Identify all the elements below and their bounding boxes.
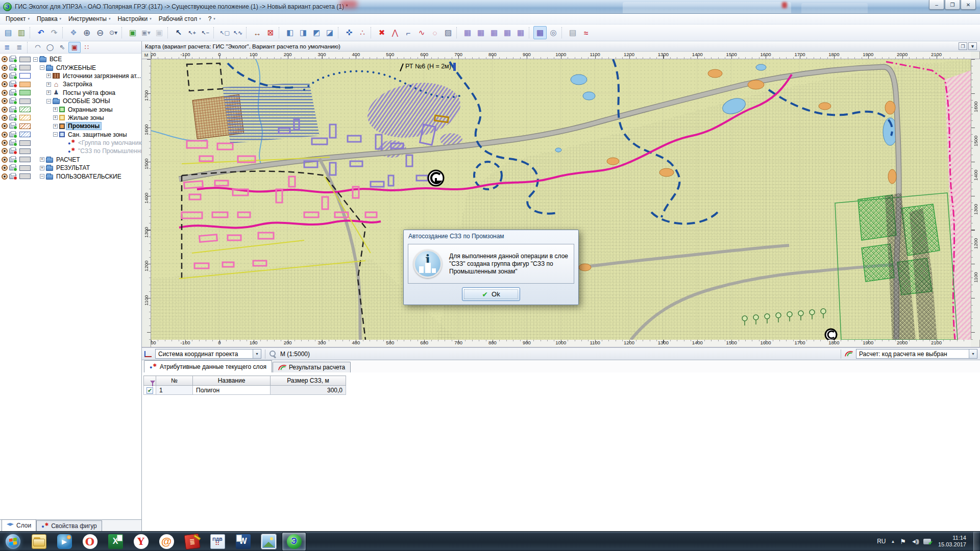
menu-item[interactable]: ? xyxy=(205,14,219,23)
expand-toggle-icon[interactable]: + xyxy=(53,124,58,129)
chevron-down-icon[interactable]: ▼ xyxy=(969,349,977,358)
figure-group-menu-icon[interactable]: ▣▾ xyxy=(139,26,153,39)
draw-spline-icon[interactable]: ∿ xyxy=(415,26,428,39)
layers-add-icon[interactable]: ≣ xyxy=(1,42,13,53)
layer-label[interactable]: ПОЛЬЗОВАТЕЛЬСКИЕ xyxy=(55,173,123,180)
layer-color-swatch[interactable] xyxy=(19,107,31,112)
taskbar-app-media-player[interactable]: ▶ xyxy=(52,532,77,551)
select-rect-tool-icon[interactable]: ▣ xyxy=(68,42,81,53)
minimize-button[interactable]: – xyxy=(929,0,944,10)
zoom-in-icon[interactable]: ⊕ xyxy=(80,26,93,39)
cell-name[interactable]: Полигон xyxy=(193,386,271,395)
print-icon[interactable] xyxy=(9,165,16,170)
layer-color-swatch[interactable] xyxy=(19,157,31,162)
visibility-eye-icon[interactable] xyxy=(2,107,8,113)
expand-toggle-icon[interactable]: − xyxy=(53,132,58,137)
network-icon[interactable] xyxy=(923,539,931,544)
layer-color-swatch[interactable] xyxy=(19,57,31,62)
measure-clear-icon[interactable]: ⊠ xyxy=(264,26,277,39)
column-header-num[interactable]: № xyxy=(156,376,193,386)
taskbar-app-excel[interactable]: X xyxy=(103,532,128,551)
layer-label[interactable]: СЛУЖЕБНЫЕ xyxy=(55,64,97,71)
print-icon[interactable] xyxy=(9,148,16,154)
layer-label[interactable]: <Группа по умолчанию> xyxy=(77,139,141,146)
layer-color-swatch[interactable] xyxy=(19,165,31,171)
expand-toggle-icon[interactable]: + xyxy=(46,82,51,87)
language-indicator[interactable]: RU xyxy=(877,538,886,545)
move-figure-icon[interactable]: ✜ xyxy=(342,26,356,39)
print-icon[interactable] xyxy=(9,107,16,112)
layer-label[interactable]: РАСЧЕТ xyxy=(55,156,82,163)
select-curve-tool-icon[interactable]: ◠ xyxy=(32,42,44,53)
taskbar-app-mailru[interactable]: @ xyxy=(154,532,179,551)
coord-system-select[interactable]: Система координат проекта ▼ xyxy=(155,349,261,359)
tab-calc-results[interactable]: Результаты расчета xyxy=(273,362,351,372)
menu-item[interactable]: Инструменты xyxy=(65,14,114,23)
layer-color-swatch[interactable] xyxy=(19,140,31,146)
layer-label[interactable]: Охранные зоны xyxy=(66,106,114,113)
taskbar-app-gis-ekolog[interactable]: Э xyxy=(282,532,306,551)
visibility-eye-icon[interactable] xyxy=(2,73,8,79)
calc-points-edit-icon[interactable]: ▦ xyxy=(514,26,527,39)
expand-toggle-icon[interactable]: + xyxy=(53,115,58,120)
select-subtract-icon[interactable]: ↖− xyxy=(199,26,212,39)
visibility-eye-icon[interactable] xyxy=(2,132,8,138)
layer-label[interactable]: Посты учёта фона xyxy=(61,89,117,96)
layer-color-swatch[interactable] xyxy=(19,123,31,129)
cell-num[interactable]: 1 xyxy=(156,386,193,395)
layer-label[interactable]: Сан. защитные зоны xyxy=(66,131,129,138)
menu-item[interactable]: Настройки xyxy=(114,14,155,23)
print-map-icon[interactable]: ▤ xyxy=(566,26,579,39)
add-figure-group-icon[interactable]: ▣ xyxy=(126,26,139,39)
pin-points-icon[interactable]: ∷ xyxy=(81,42,93,53)
calc-points-user-icon[interactable]: ▦ xyxy=(487,26,501,39)
dialog-title[interactable]: Автосоздание СЗЗ по Промзонам xyxy=(404,230,578,243)
tree-item-istochniki[interactable]: + Источники загрязнения ат... xyxy=(0,72,141,80)
figure-group-disabled-icon[interactable]: ▣ xyxy=(153,26,166,39)
tree-item-posty[interactable]: + Посты учёта фона xyxy=(0,89,141,97)
taskbar-app-word[interactable]: W xyxy=(231,532,255,551)
taskbar-app-opera[interactable]: O xyxy=(78,532,102,551)
print-icon[interactable] xyxy=(9,65,16,70)
tree-item-raschet[interactable]: + РАСЧЕТ xyxy=(0,156,141,164)
calc-code-select[interactable]: Расчет: код расчета не выбран ▼ xyxy=(856,349,977,359)
zoom-out-icon[interactable]: ⊖ xyxy=(93,26,107,39)
clock[interactable]: 11:14 15.03.2017 xyxy=(936,535,968,548)
taskbar-app-explorer[interactable] xyxy=(27,532,51,551)
select-object-icon[interactable]: ↖▢ xyxy=(218,26,231,39)
layers-props-icon[interactable]: ≣ xyxy=(13,42,26,53)
table-row[interactable]: 1 Полигон 300,0 xyxy=(144,386,346,395)
layer-label[interactable]: Источники загрязнения ат... xyxy=(61,72,141,80)
pan-hand-icon[interactable]: ❖ xyxy=(67,26,80,39)
select-pointer-tool-icon[interactable]: ⇖ xyxy=(56,42,68,53)
tree-item-san-zashchitnye-zony[interactable]: − Сан. защитные зоны xyxy=(0,131,141,139)
expand-toggle-icon[interactable]: + xyxy=(46,73,51,78)
layer-label[interactable]: Промзоны xyxy=(66,122,101,130)
delete-figure-icon[interactable]: ✖ xyxy=(375,26,388,39)
tab-figure-props[interactable]: Свойства фигур xyxy=(36,520,102,531)
zoom-scale-icon[interactable]: ⊙▾ xyxy=(107,26,120,39)
layer-color-swatch[interactable] xyxy=(19,148,31,154)
layer-color-swatch[interactable] xyxy=(19,132,31,137)
print-icon[interactable] xyxy=(9,98,16,104)
draw-polyline-icon[interactable]: ⋀ xyxy=(388,26,402,39)
tree-item-sluzhebnye[interactable]: − СЛУЖЕБНЫЕ xyxy=(0,63,141,71)
row-checkbox[interactable] xyxy=(146,387,153,394)
tab-layers[interactable]: Слои xyxy=(2,519,36,531)
select-circle-tool-icon[interactable]: ◯ xyxy=(44,42,56,53)
globe-map-icon[interactable]: ▤ xyxy=(2,26,15,39)
edit-nodes-icon[interactable]: ∴ xyxy=(356,26,369,39)
layer-color-swatch[interactable] xyxy=(19,98,31,104)
print-icon[interactable] xyxy=(9,90,16,95)
print-icon[interactable] xyxy=(9,174,16,179)
print-icon[interactable] xyxy=(9,123,16,129)
chevron-down-icon[interactable]: ▼ xyxy=(253,349,261,358)
tree-item-gruppa-default[interactable]: <Группа по умолчанию> xyxy=(0,139,141,147)
tree-item-promzony[interactable]: + Промзоны xyxy=(0,122,141,130)
layer-label[interactable]: "СЗЗ по Промышленны... xyxy=(77,147,141,155)
tree-item-rezultat[interactable]: + РЕЗУЛЬТАТ xyxy=(0,164,141,172)
visibility-eye-icon[interactable] xyxy=(2,157,8,163)
tree-item-okhrannye-zony[interactable]: + Охранные зоны xyxy=(0,105,141,113)
report-page-icon[interactable]: ▥ xyxy=(15,26,28,39)
expand-toggle-icon[interactable]: − xyxy=(46,99,51,104)
